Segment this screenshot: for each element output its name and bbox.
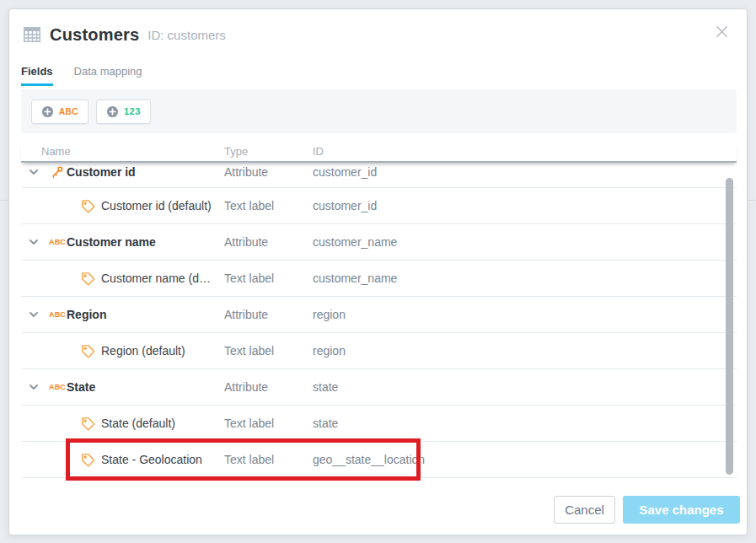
field-id: customer_id [313, 199, 737, 212]
field-name-cell: Customer id [21, 165, 224, 179]
tab-fields[interactable]: Fields [21, 65, 53, 86]
plus-circle-icon [106, 105, 119, 118]
field-name-cell: Customer id (default) [21, 199, 224, 213]
table-row[interactable]: Customer idAttributecustomer_id [21, 163, 737, 188]
tag-icon [79, 199, 96, 213]
dialog-header: Customers ID: customers [22, 24, 226, 45]
attribute-name: State [67, 380, 95, 394]
field-id: state [313, 380, 737, 394]
table-row[interactable]: State - GeolocationText labelgeo__state_… [21, 442, 737, 478]
table-row[interactable]: State (default)Text labelstate [21, 406, 737, 442]
add-attribute-button[interactable]: ABC [31, 99, 88, 124]
abc-attribute-icon: ABC [48, 238, 67, 246]
add-attribute-label: ABC [59, 107, 78, 116]
vertical-scrollbar-thumb[interactable] [726, 178, 733, 475]
field-id: customer_name [313, 272, 737, 285]
attribute-name: Region [67, 308, 106, 321]
close-icon[interactable] [711, 21, 732, 41]
dialog-title: Customers [50, 25, 139, 45]
field-type: Text label [224, 272, 313, 285]
tag-icon [79, 417, 96, 431]
field-type: Attribute [224, 380, 313, 394]
chevron-down-icon[interactable] [28, 236, 40, 248]
field-type: Text label [224, 417, 313, 430]
field-id: region [313, 308, 737, 321]
table-header: Name Type ID [21, 142, 737, 163]
label-name: Region (default) [101, 344, 185, 358]
label-name: Customer name (d… [101, 272, 211, 285]
save-changes-button[interactable]: Save changes [623, 496, 740, 524]
column-header-name: Name [21, 145, 224, 158]
plus-circle-icon [41, 105, 54, 118]
column-header-id: ID [313, 145, 737, 158]
key-icon [48, 165, 67, 179]
field-type: Text label [224, 453, 313, 466]
customers-dataset-dialog: Customers ID: customers Fields Data mapp… [8, 8, 748, 535]
add-field-toolbar: ABC 123 [21, 89, 737, 133]
field-type: Attribute [224, 235, 313, 249]
field-id: customer_id [313, 165, 737, 179]
table-row[interactable]: Customer id (default)Text labelcustomer_… [21, 188, 737, 224]
dataset-table-icon [22, 24, 42, 45]
table-row[interactable]: ABCCustomer nameAttributecustomer_name [21, 224, 737, 261]
field-type: Text label [224, 344, 313, 358]
dialog-footer: Cancel Save changes [554, 496, 740, 524]
field-name-cell: State (default) [21, 417, 224, 431]
table-row[interactable]: Customer name (d…Text labelcustomer_name [21, 261, 737, 297]
tab-data-mapping[interactable]: Data mapping [74, 65, 142, 86]
dialog-subtitle: ID: customers [147, 28, 226, 42]
attribute-name: Customer id [67, 165, 136, 179]
field-id: geo__state__location [313, 453, 737, 466]
tag-icon [79, 272, 96, 286]
chevron-down-icon[interactable] [28, 381, 40, 393]
table-row[interactable]: ABCStateAttributestate [21, 369, 737, 406]
field-id: customer_name [313, 235, 737, 249]
tab-bar: Fields Data mapping [21, 65, 164, 86]
fields-table: Customer idAttributecustomer_idCustomer … [21, 163, 737, 481]
column-header-type: Type [224, 145, 313, 158]
field-name-cell: ABCCustomer name [21, 235, 224, 249]
field-name-cell: State - Geolocation [21, 453, 224, 467]
field-type: Attribute [224, 165, 313, 179]
chevron-down-icon[interactable] [28, 166, 40, 178]
cancel-button[interactable]: Cancel [554, 496, 615, 524]
attribute-name: Customer name [67, 235, 156, 249]
field-name-cell: ABCRegion [21, 308, 224, 321]
field-id: state [313, 417, 737, 430]
abc-attribute-icon: ABC [48, 383, 67, 391]
tag-icon [79, 453, 96, 467]
field-name-cell: ABCState [21, 380, 224, 394]
chevron-down-icon[interactable] [28, 309, 40, 320]
abc-attribute-icon: ABC [48, 310, 67, 319]
label-name: State - Geolocation [101, 453, 202, 466]
add-fact-label: 123 [124, 106, 141, 116]
field-type: Text label [224, 199, 313, 212]
label-name: State (default) [101, 417, 175, 430]
tag-icon [79, 344, 96, 358]
field-id: region [313, 344, 737, 358]
label-name: Customer id (default) [101, 199, 212, 212]
field-name-cell: Customer name (d… [21, 272, 224, 286]
field-type: Attribute [224, 308, 313, 321]
add-fact-button[interactable]: 123 [96, 99, 151, 124]
field-name-cell: Region (default) [21, 344, 224, 358]
table-row[interactable]: Region (default)Text labelregion [21, 333, 737, 369]
table-row[interactable]: ABCRegionAttributeregion [21, 297, 737, 333]
